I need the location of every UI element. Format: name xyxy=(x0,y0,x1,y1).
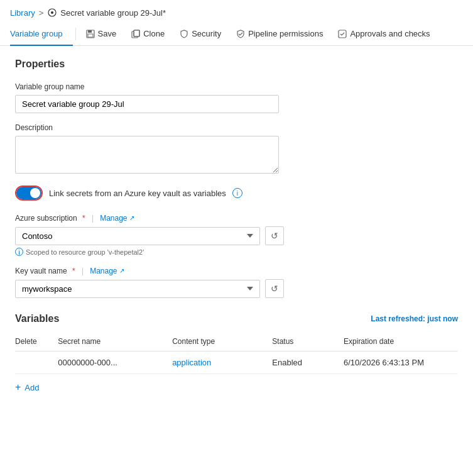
save-icon xyxy=(86,30,95,38)
add-plus-icon: + xyxy=(15,382,21,393)
variables-title: Variables xyxy=(15,313,59,324)
status-cell: Enabled xyxy=(272,351,344,374)
approvals-checks-label: Approvals and checks xyxy=(350,29,430,38)
subscription-dropdown-row: Contoso ↺ xyxy=(15,226,458,245)
keyvault-required: * xyxy=(72,266,75,275)
variables-section: Variables Last refreshed: just now Delet… xyxy=(15,313,458,393)
keyvault-manage-label: Manage xyxy=(90,267,117,275)
keyvault-label-row: Key vault name * | Manage ↗ xyxy=(15,266,458,275)
azure-keyvault-toggle[interactable] xyxy=(15,185,43,201)
security-label: Security xyxy=(192,29,221,38)
secret-name-cell: 00000000-000... xyxy=(58,351,172,374)
subscription-refresh-button[interactable]: ↺ xyxy=(265,226,284,245)
pipeline-permissions-button[interactable]: Pipeline permissions xyxy=(229,24,330,45)
col-content-header: Content type xyxy=(172,332,272,351)
keyvault-select[interactable]: myworkspace xyxy=(15,280,260,298)
col-secret-header: Secret name xyxy=(58,332,172,351)
subscription-manage-label: Manage xyxy=(100,214,127,223)
col-status-header: Status xyxy=(272,332,344,351)
col-delete-header: Delete xyxy=(15,332,58,351)
approvals-icon xyxy=(338,30,347,38)
content-type-cell: application xyxy=(172,351,272,374)
variable-group-name-group: Variable group name xyxy=(15,82,458,113)
security-button[interactable]: Security xyxy=(172,24,229,45)
pipeline-permissions-label: Pipeline permissions xyxy=(248,29,323,38)
variables-table-head: Delete Secret name Content type Status E… xyxy=(15,332,458,351)
description-label: Description xyxy=(15,123,458,132)
toggle-thumb xyxy=(30,188,40,198)
variables-header-row: Delete Secret name Content type Status E… xyxy=(15,332,458,351)
external-link-icon: ↗ xyxy=(129,214,134,221)
keyvault-refresh-icon: ↺ xyxy=(271,284,278,294)
variable-group-name-label: Variable group name xyxy=(15,82,458,91)
col-expiry-header: Expiration date xyxy=(344,332,458,351)
key-vault-section: Key vault name * | Manage ↗ myworkspace … xyxy=(15,266,458,298)
svg-rect-3 xyxy=(88,30,92,33)
pipe-divider-2: | xyxy=(82,266,84,275)
pipe-divider: | xyxy=(92,213,94,223)
info-icon[interactable]: i xyxy=(232,188,242,198)
toggle-track xyxy=(16,187,41,199)
save-label: Save xyxy=(98,29,117,38)
pipeline-icon xyxy=(236,30,245,38)
clone-label: Clone xyxy=(143,29,165,38)
subscription-label: Azure subscription xyxy=(15,214,77,223)
expiry-cell: 6/10/2026 6:43:13 PM xyxy=(344,351,458,374)
keyvault-manage-link[interactable]: Manage ↗ xyxy=(90,267,124,275)
toolbar-divider xyxy=(75,28,76,40)
main-content: Properties Variable group name Descripti… xyxy=(0,46,473,406)
keyvault-refresh-button[interactable]: ↺ xyxy=(265,279,284,298)
subscription-select[interactable]: Contoso xyxy=(15,227,260,245)
toolbar: Variable group Save Clone Security xyxy=(0,23,473,46)
toggle-label: Link secrets from an Azure key vault as … xyxy=(49,189,226,198)
svg-rect-6 xyxy=(134,30,139,36)
subscription-manage-link[interactable]: Manage ↗ xyxy=(100,214,134,223)
variable-group-name-input[interactable] xyxy=(15,95,279,113)
breadcrumb-separator: > xyxy=(39,8,44,18)
add-variable-button[interactable]: + Add xyxy=(15,382,39,393)
toggle-row: Link secrets from an Azure key vault as … xyxy=(15,185,458,201)
subscription-required: * xyxy=(82,213,85,223)
svg-rect-8 xyxy=(339,30,346,38)
info-small-icon: i xyxy=(15,248,23,256)
breadcrumb-current: Secret variable group 29-Jul* xyxy=(47,8,166,18)
refresh-icon: ↺ xyxy=(271,231,278,241)
properties-title: Properties xyxy=(15,58,458,70)
breadcrumb: Library > Secret variable group 29-Jul* xyxy=(0,0,473,23)
description-group: Description xyxy=(15,123,458,175)
svg-point-1 xyxy=(51,11,53,14)
subscription-label-row: Azure subscription * | Manage ↗ xyxy=(15,213,458,223)
azure-subscription-section: Azure subscription * | Manage ↗ Contoso … xyxy=(15,213,458,256)
save-button[interactable]: Save xyxy=(79,24,124,45)
table-row: 00000000-000... application Enabled 6/10… xyxy=(15,351,458,374)
svg-rect-4 xyxy=(88,34,93,37)
scope-note: i Scoped to resource group 'v-thepetal2' xyxy=(15,248,458,256)
clone-button[interactable]: Clone xyxy=(124,24,172,45)
keyvault-label: Key vault name xyxy=(15,267,67,275)
last-refreshed-text: Last refreshed: just now xyxy=(371,314,458,323)
library-link[interactable]: Library xyxy=(10,8,35,18)
clone-icon xyxy=(131,30,140,38)
variable-group-icon xyxy=(47,8,57,18)
properties-section: Properties Variable group name Descripti… xyxy=(15,58,458,175)
external-link-icon-2: ↗ xyxy=(119,267,124,274)
security-icon xyxy=(180,30,188,38)
variables-header: Variables Last refreshed: just now xyxy=(15,313,458,324)
approvals-checks-button[interactable]: Approvals and checks xyxy=(330,24,437,45)
page-title: Secret variable group 29-Jul* xyxy=(60,8,166,18)
variables-table: Delete Secret name Content type Status E… xyxy=(15,332,458,374)
add-label: Add xyxy=(24,383,39,392)
tab-variable-group[interactable]: Variable group xyxy=(10,23,73,46)
keyvault-dropdown-row: myworkspace ↺ xyxy=(15,279,458,298)
description-input[interactable] xyxy=(15,136,279,174)
scope-note-text: Scoped to resource group 'v-thepetal2' xyxy=(26,248,144,256)
delete-cell xyxy=(15,351,58,374)
variables-table-body: 00000000-000... application Enabled 6/10… xyxy=(15,351,458,374)
